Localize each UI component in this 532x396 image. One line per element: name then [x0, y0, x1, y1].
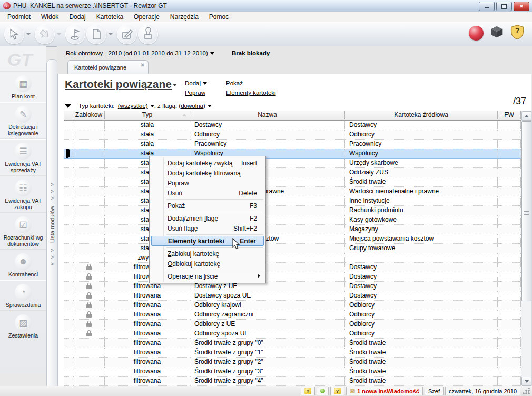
sidebar-item-zestawienia[interactable]: ▨Zestawienia: [0, 311, 46, 341]
lista-modulow-strip[interactable]: >>> Lista modułów >>>: [46, 59, 58, 390]
document-icon[interactable]: [86, 24, 106, 44]
context-menu-item-elementy-kartoteki[interactable]: Elementy kartotekiEnter: [151, 236, 264, 246]
context-menu-item-operacje-na-liście[interactable]: Operacje na liście: [151, 271, 264, 281]
sidebar-item-kontrahenci[interactable]: ☻Kontrahenci: [0, 250, 46, 280]
filter-icon[interactable]: [65, 104, 71, 108]
menu-item-dodaj[interactable]: Dodaj: [64, 12, 91, 22]
column-header-nazwa[interactable]: Nazwa: [190, 111, 345, 120]
tab-close-icon[interactable]: ✕: [141, 62, 145, 68]
sidebar-item-rozrachunki[interactable]: ☑Rozrachunki wg dokumentów: [0, 213, 46, 250]
menu-item-kartoteka[interactable]: Kartoteka: [91, 12, 129, 22]
table-row[interactable]: stałaMagazyny: [64, 225, 521, 234]
context-menu-item-dodaj-kartotekę-filtrowaną[interactable]: Dodaj kartotekę filtrowaną: [151, 168, 264, 178]
context-menu-item-odblokuj-kartotekę[interactable]: Odblokuj kartotekę: [151, 259, 264, 269]
pokaz-link[interactable]: Pokaż: [226, 80, 276, 90]
menu-item-operacje[interactable]: Operacje: [129, 12, 165, 22]
context-menu-item-dodaj-zmień-flagę[interactable]: Dodaj/zmień flagęF2: [151, 213, 264, 223]
elementy-kartoteki-link[interactable]: Elementy kartoteki: [226, 90, 276, 99]
table-row[interactable]: stałaRachunki podmiotu: [64, 206, 521, 215]
sidebar-item-vat-zakupu[interactable]: ☷Ewidencja VAT zakupu: [0, 176, 46, 213]
sidebar-item-dekretacja[interactable]: ✎Dekretacja i księgowanie: [0, 102, 46, 139]
sidebar-item-vat-sprzedazy[interactable]: ☰Ewidencja VAT sprzedaży: [0, 139, 46, 176]
table-row[interactable]: filtrowanaŚrodki trwałe z grupy "4"Środk…: [64, 377, 521, 386]
table-row[interactable]: filtrowanaOdbiorcy zagraniczniOdbiorcy: [64, 310, 521, 320]
sidebar-item-plan-kont[interactable]: ▦Plan kont: [0, 72, 46, 102]
resize-grip[interactable]: [523, 388, 530, 395]
column-header-typ[interactable]: Typ: [105, 111, 190, 120]
table-row[interactable]: filtrowanaŚrodki trwałe z grupy "2"Środk…: [64, 358, 521, 367]
restore-button[interactable]: [496, 2, 512, 11]
stamp-icon[interactable]: [138, 24, 158, 44]
table-row[interactable]: filtrowanaDostawcy: [64, 263, 521, 272]
menu-item-shortcut: F3: [250, 202, 264, 210]
context-menu-item-usuń-flagę[interactable]: Usuń flagęShift+F2: [151, 223, 264, 233]
vertical-scrollbar[interactable]: [521, 111, 532, 387]
close-button[interactable]: ✕: [514, 2, 529, 11]
table-row[interactable]: stałaWspólnicyWspólnicy: [64, 149, 521, 159]
table-row[interactable]: stałaKasy gotówkowe: [64, 215, 521, 225]
dodaj-link[interactable]: Dodaj: [185, 80, 226, 90]
column-header-kartoteka-r-d-owa[interactable]: Kartoteka źródłowa: [345, 111, 498, 120]
flag-icon[interactable]: [65, 24, 85, 44]
context-menu-item-popraw[interactable]: Popraw: [151, 178, 264, 188]
menu-item-narzędzia[interactable]: Narzędzia: [165, 12, 204, 22]
table-row[interactable]: stałaDostawcyDostawcy: [64, 121, 521, 130]
table-row[interactable]: filtrowanaDostawcy z UEDostawcy: [64, 282, 521, 291]
table-row[interactable]: stałaŚrodki trwałe: [64, 177, 521, 187]
sidebar-item-sprawozdania[interactable]: ◔Sprawozdania: [0, 280, 46, 311]
pencil-icon[interactable]: [117, 24, 137, 44]
arrow-down-right-icon[interactable]: [35, 24, 55, 44]
context-menu-item-dodaj-kartotekę-zwykłą[interactable]: Dodaj kartotekę zwykłąInsert: [151, 158, 264, 168]
scrollbar-thumb[interactable]: [521, 121, 531, 301]
help-status-button[interactable]: ?: [301, 387, 315, 395]
table-row[interactable]: stałaGrupy towarowe: [64, 244, 521, 253]
context-menu-item-zablokuj-kartotekę[interactable]: Zablokuj kartotekę: [151, 249, 264, 259]
context-menu-item-pokaż[interactable]: PokażF3: [151, 201, 264, 211]
insmail-message[interactable]: ✉ 1 nowa InsWiadomość: [346, 387, 423, 395]
page-title[interactable]: Kartoteki powiązane: [65, 78, 177, 91]
context-menu-item-usuń[interactable]: UsuńDelete: [151, 188, 264, 198]
cursor-arrow-icon[interactable]: [4, 24, 24, 44]
column-header-zablokow[interactable]: Zablokow: [73, 111, 105, 120]
column-header-fw[interactable]: FW: [498, 111, 521, 120]
scroll-up-icon[interactable]: [521, 111, 531, 121]
filter-type-value[interactable]: (wszystkie): [118, 103, 148, 109]
insert-sphere-icon[interactable]: [469, 26, 484, 41]
menu-item-podmiot[interactable]: Podmiot: [2, 12, 36, 22]
cube-icon[interactable]: [489, 24, 505, 42]
chevron-down-icon[interactable]: [26, 33, 31, 35]
table-row[interactable]: filtrowanaOdbiorcy krajowiOdbiorcy: [64, 301, 521, 310]
table-row[interactable]: filtrowanaOdbiorcy spoza UEOdbiorcy: [64, 329, 521, 339]
table-row[interactable]: zwykła: [64, 253, 521, 263]
help-shield-icon[interactable]: ?: [510, 24, 525, 42]
scroll-down-icon[interactable]: [521, 377, 531, 386]
cell-nazwa: Odbiorcy zagraniczni: [190, 310, 345, 320]
current-user[interactable]: Szef: [425, 387, 444, 395]
table-row[interactable]: filtrowanaDostawcy spoza UEDostawcy: [64, 291, 521, 301]
menu-item-widok[interactable]: Widok: [36, 12, 64, 22]
table-row[interactable]: stałaInne instytucje: [64, 196, 521, 206]
lock-status-link[interactable]: Brak blokady: [232, 50, 270, 56]
table-row[interactable]: stałaPracownicyPracownicy: [64, 140, 521, 149]
chevron-down-icon[interactable]: [109, 33, 113, 35]
popraw-link[interactable]: Popraw: [185, 90, 226, 99]
table-row[interactable]: stałaOdbiorcyOdbiorcy: [64, 130, 521, 140]
table-row[interactable]: filtrowanaOdbiorcy z UEOdbiorcy: [64, 320, 521, 329]
table-row[interactable]: filtrowanaŚrodki trwałe z grupy "3"Środk…: [64, 367, 521, 377]
minimize-button[interactable]: [479, 2, 495, 11]
menu-item-pomoc[interactable]: Pomoc: [204, 12, 234, 22]
chevron-down-icon[interactable]: [57, 33, 61, 35]
filter-flag-value[interactable]: (dowolna): [179, 103, 205, 109]
table-row[interactable]: stałaUrzędy skarbowe: [64, 159, 521, 168]
table-row[interactable]: filtrowanaŚrodki trwałe z grupy "0"Środk…: [64, 339, 521, 348]
table-header[interactable]: ZablokowTypNazwaKartoteka źródłowaFW: [64, 111, 521, 121]
table-row[interactable]: stałaWartości niematerialne i prawneWart…: [64, 187, 521, 196]
help-status-button-2[interactable]: ?: [330, 387, 344, 395]
table-row[interactable]: stałaMiejsca powstawania kosztówMiejsca …: [64, 234, 521, 244]
tab-kartoteki-powiazane[interactable]: Kartoteki powiązane ✕: [67, 60, 149, 74]
table-row[interactable]: filtrowanaDostawcy: [64, 272, 521, 282]
connection-status[interactable]: [317, 387, 329, 395]
table-row[interactable]: filtrowanaŚrodki trwałe z grupy "1"Środk…: [64, 348, 521, 358]
fiscal-year-link[interactable]: Rok obrotowy - 2010 (od 01-01-2010 do 31…: [66, 50, 208, 56]
table-row[interactable]: stałaOddziały ZUS: [64, 168, 521, 177]
